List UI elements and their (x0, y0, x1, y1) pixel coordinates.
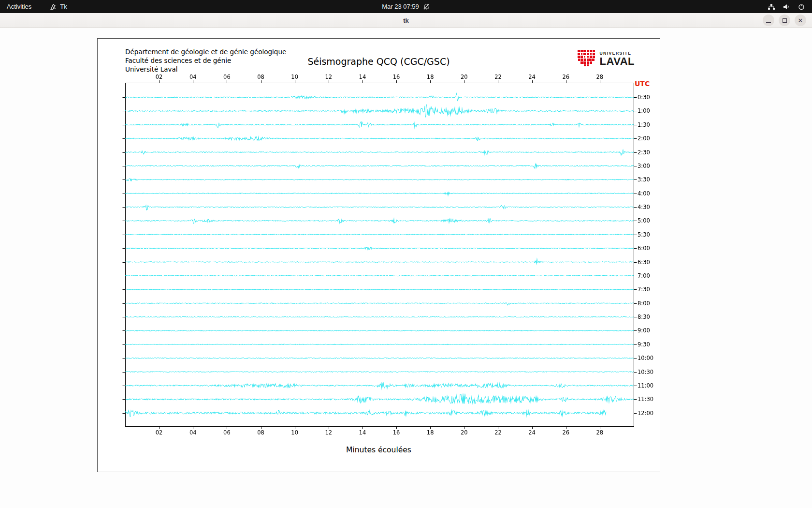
x-tick-label: 10 (289, 429, 301, 436)
x-tick-label: 06 (221, 74, 232, 80)
row-time-label: 3:30 (638, 176, 650, 183)
row-time-label: 11:00 (638, 382, 653, 389)
x-tick-label: 14 (357, 74, 368, 80)
x-tick-label: 28 (594, 429, 606, 436)
row-time-label: 4:00 (638, 190, 650, 197)
window-titlebar[interactable]: tk ✕ (0, 13, 812, 28)
institution-line: Département de géologie et de génie géol… (125, 47, 286, 56)
x-tick-label: 08 (255, 429, 267, 436)
minimize-icon (766, 22, 771, 23)
window-title: tk (403, 17, 409, 24)
x-tick-label: 06 (221, 429, 232, 436)
maximize-button[interactable] (779, 15, 790, 26)
row-time-label: 6:30 (638, 259, 650, 266)
logo-word-universite: UNIVERSITÉ (599, 51, 635, 56)
row-time-label: 8:00 (638, 300, 650, 307)
row-time-label: 12:00 (638, 410, 653, 417)
bell-slash-icon (422, 3, 430, 11)
row-time-label: 9:00 (638, 327, 650, 334)
row-time-label: 4:30 (638, 204, 650, 210)
x-tick-label: 18 (424, 429, 436, 436)
row-time-label: 5:30 (638, 231, 650, 238)
tk-feather-icon (49, 3, 57, 11)
app-indicator[interactable]: Tk (49, 3, 67, 11)
x-tick-label: 14 (357, 429, 368, 436)
row-time-label: 9:30 (638, 341, 650, 348)
power-icon[interactable] (798, 3, 805, 11)
x-tick-label: 10 (289, 74, 301, 80)
app-indicator-label: Tk (60, 3, 67, 10)
x-tick-label: 22 (492, 429, 504, 436)
row-time-label: 11:30 (638, 396, 653, 403)
x-tick-label: 24 (526, 74, 538, 80)
maximize-icon (783, 18, 787, 23)
x-tick-label: 02 (153, 74, 165, 80)
close-button[interactable]: ✕ (795, 15, 806, 26)
logo-word-laval: LAVAL (599, 56, 635, 67)
row-time-label: 1:00 (638, 107, 650, 114)
minimize-button[interactable] (763, 15, 774, 26)
x-tick-label: 26 (560, 429, 572, 436)
row-time-label: 6:00 (638, 245, 650, 252)
row-time-label: 10:30 (638, 369, 653, 375)
top-bar: Activities Tk Mar 23 07:59 (0, 0, 812, 13)
row-time-label: 2:00 (638, 135, 650, 142)
x-tick-label: 12 (323, 429, 334, 436)
x-tick-label: 16 (391, 74, 402, 80)
x-tick-label: 12 (323, 74, 334, 80)
chart-title: Séismographe QCQ (CGC/GSC) (98, 56, 660, 67)
x-tick-label: 08 (255, 74, 267, 80)
seismograph-app-frame: Département de géologie et de génie géol… (97, 38, 660, 472)
x-tick-label: 26 (560, 74, 572, 80)
row-time-label: 0:30 (638, 94, 650, 101)
row-time-label: 10:00 (638, 355, 653, 361)
x-tick-label: 22 (492, 74, 504, 80)
row-time-label: 5:00 (638, 217, 650, 224)
row-time-label: 7:30 (638, 286, 650, 293)
seismogram-canvas (119, 77, 639, 432)
volume-icon[interactable] (783, 3, 790, 11)
activities-button[interactable]: Activities (7, 3, 31, 10)
x-tick-label: 18 (424, 74, 436, 80)
clock-text: Mar 23 07:59 (382, 3, 419, 10)
window-content: Département de géologie et de génie géol… (0, 28, 812, 508)
row-time-label: 3:00 (638, 163, 650, 169)
x-tick-label: 20 (458, 74, 470, 80)
row-time-label: 7:00 (638, 272, 650, 279)
universite-laval-logo: UNIVERSITÉ LAVAL (577, 49, 635, 69)
x-tick-label: 28 (594, 74, 606, 80)
row-time-label: 2:30 (638, 149, 650, 156)
x-tick-label: 04 (187, 74, 199, 80)
close-icon: ✕ (798, 17, 803, 24)
x-tick-label: 02 (153, 429, 165, 436)
x-axis-title: Minutes écoulées (98, 446, 660, 454)
network-nodes-icon[interactable] (768, 3, 775, 11)
laval-shield-icon (577, 49, 595, 69)
x-tick-label: 20 (458, 429, 470, 436)
row-time-label: 8:30 (638, 314, 650, 320)
row-time-label: 1:30 (638, 121, 650, 128)
x-tick-label: 16 (391, 429, 402, 436)
x-tick-label: 24 (526, 429, 538, 436)
x-tick-label: 04 (187, 429, 199, 436)
clock-button[interactable]: Mar 23 07:59 (382, 3, 430, 11)
